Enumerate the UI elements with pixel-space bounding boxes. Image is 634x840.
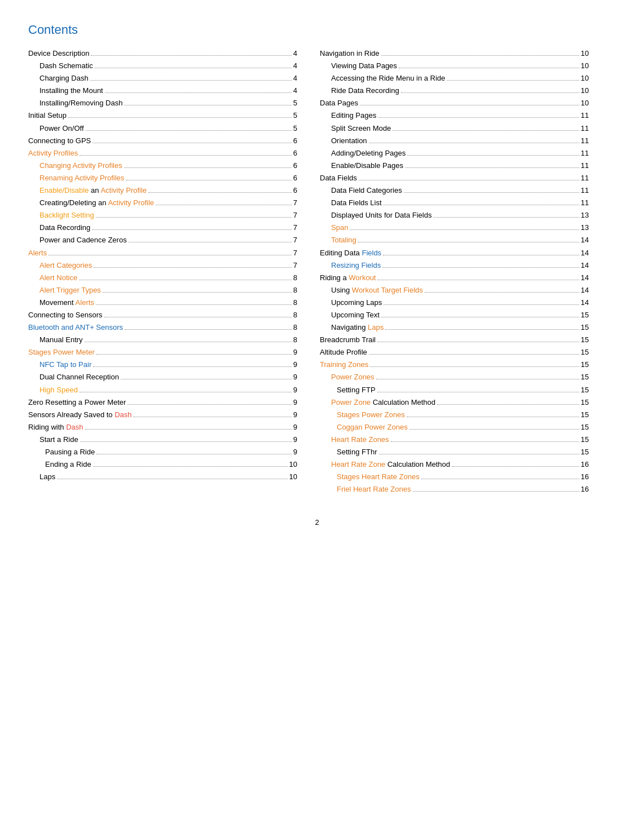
page-number: 2 [28,518,606,527]
toc-label: Using Workout Target Fields [331,284,423,297]
toc-page: 8 [293,309,297,321]
toc-label: Changing Activity Profiles [39,160,122,172]
toc-label: Riding a Workout [320,272,376,284]
toc-entry: Stages Power Meter 9 [28,346,297,359]
toc-label: Displayed Units for Data Fields [331,209,432,222]
toc-dots [103,292,292,293]
toc-label: Ending a Ride [45,458,91,471]
toc-label: Data Fields List [331,197,382,209]
toc-page: 14 [581,297,589,309]
toc-dots [377,342,579,342]
toc-entry: Enable/Disable Pages 11 [320,160,589,172]
toc-entry: Laps 10 [28,471,297,483]
toc-entry: Zero Resetting a Power Meter 9 [28,396,297,409]
toc-dots [421,479,579,479]
toc-dots [104,317,292,317]
toc-entry: Editing Pages 11 [320,109,589,122]
toc-page: 14 [581,247,589,259]
toc-label: Initial Setup [28,109,67,122]
toc-entry: Altitude Profile 15 [320,346,589,359]
toc-entry: Alert Notice 8 [28,272,297,284]
toc-dots [359,180,579,180]
toc-entry: Bluetooth and ANT+ Sensors 8 [28,321,297,334]
toc-page: 11 [581,109,589,122]
toc-label: Stages Power Zones [337,409,405,421]
toc-label: Orientation [331,135,367,147]
toc-entry: Initial Setup 5 [28,109,297,122]
toc-label: Connecting to Sensors [28,309,103,321]
toc-dots [124,105,291,105]
toc-entry: Creating/Deleting an Activity Profile 7 [28,197,297,209]
toc-entry: Data Fields 11 [320,172,589,184]
toc-label: Friel Heart Rate Zones [337,483,411,496]
toc-entry: Totaling 14 [320,234,589,246]
toc-label: Charging Dash [39,72,89,85]
toc-dots [93,366,292,367]
toc-page: 4 [293,85,297,97]
toc-dots [360,105,579,105]
toc-entry: Displayed Units for Data Fields 13 [320,209,589,222]
toc-dots [393,130,579,131]
toc-page: 15 [581,409,589,421]
toc-page: 9 [293,371,297,383]
toc-dots [68,117,292,118]
toc-page: 16 [581,458,589,471]
toc-page: 11 [581,122,589,135]
toc-dots [129,242,292,242]
toc-dots [437,404,579,405]
toc-entry: Device Description 4 [28,47,297,60]
toc-page: 6 [293,135,297,147]
toc-dots [405,167,579,168]
left-column: Device Description 4 Dash Schematic 4 Ch… [28,47,320,496]
toc-entry: Upcoming Laps 14 [320,297,589,309]
toc-label: Accessing the Ride Menu in a Ride [331,72,445,85]
toc-dots [384,304,579,305]
toc-page: 16 [581,483,589,496]
toc-entry: Power Zones 15 [320,371,589,383]
toc-dots [407,417,579,417]
toc-label: Device Description [28,47,89,60]
toc-entry: Connecting to Sensors 8 [28,309,297,321]
toc-page: 15 [581,446,589,458]
toc-page: 13 [581,209,589,222]
toc-page: 5 [293,109,297,122]
toc-label: Ride Data Recording [331,85,399,97]
toc-dots [126,180,291,180]
toc-page: 10 [581,60,589,72]
toc-label: Navigating Laps [331,321,384,334]
toc-entry: Friel Heart Rate Zones 16 [320,483,589,496]
toc-entry: Span 13 [320,222,589,234]
toc-label: Navigation in Ride [320,47,380,60]
toc-dots [96,454,292,454]
toc-dots [385,329,579,330]
toc-entry: Activity Profiles 6 [28,147,297,160]
toc-label: Dash Schematic [39,60,93,72]
toc-label: Split Screen Mode [331,122,391,135]
toc-page: 6 [293,172,297,184]
toc-dots [92,229,291,230]
toc-entry: Power and Cadence Zeros 7 [28,234,297,246]
toc-label: Training Zones [320,359,368,371]
toc-label: Enable/Disable Pages [331,160,403,172]
toc-dots [91,55,291,56]
toc-page: 9 [293,384,297,396]
toc-page: 15 [581,359,589,371]
toc-page: 7 [293,259,297,272]
toc-page: 10 [581,97,589,109]
toc-entry: Dash Schematic 4 [28,60,297,72]
toc-label: Riding with Dash [28,421,83,434]
toc-page: 8 [293,284,297,297]
toc-label: Setting FTP [337,384,376,396]
toc-page: 7 [293,209,297,222]
toc-entry: Alerts 7 [28,247,297,259]
toc-entry: Installing the Mount 4 [28,85,297,97]
toc-label: Renaming Activity Profiles [39,172,124,184]
toc-entry: Connecting to GPS 6 [28,135,297,147]
toc-label: Editing Pages [331,109,376,122]
toc-page: 10 [581,85,589,97]
toc-dots [80,392,292,392]
toc-entry: Power Zone Calculation Method 15 [320,396,589,409]
toc-label: Totaling [331,234,356,246]
toc-page: 15 [581,309,589,321]
toc-dots [85,342,292,342]
